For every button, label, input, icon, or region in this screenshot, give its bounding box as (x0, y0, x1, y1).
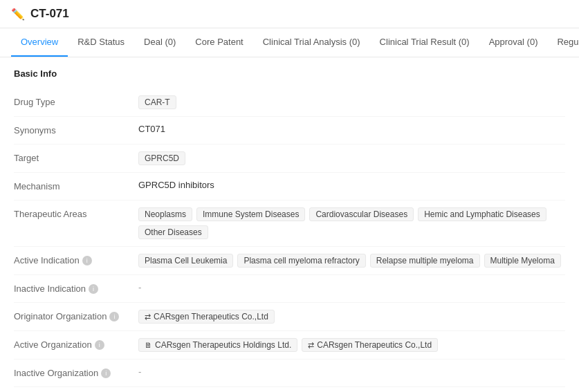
tab-deal[interactable]: Deal (0) (134, 28, 185, 57)
inactive-indication-text: - (138, 282, 141, 292)
label-inactive-indication: Inactive Indication i (14, 282, 138, 294)
tag-gprc5d: GPRC5D (138, 151, 185, 165)
synonyms-text: CT071 (138, 124, 165, 134)
arrows-icon: ⇄ (145, 312, 151, 321)
tab-rd-status[interactable]: R&D Status (68, 28, 134, 57)
tab-approval[interactable]: Approval (0) (479, 28, 548, 57)
tag-plasma-cell-myeloma: Plasma cell myeloma refractory (237, 254, 365, 268)
value-active-indication: Plasma Cell Leukemia Plasma cell myeloma… (138, 254, 565, 268)
value-originator-org: ⇄ CARsgen Therapeutics Co.,Ltd (138, 310, 565, 324)
label-target: Target (14, 151, 138, 163)
page-header: ✏️ CT-071 (0, 0, 579, 28)
tab-overview[interactable]: Overview (11, 28, 68, 57)
label-therapeutic-areas: Therapeutic Areas (14, 207, 138, 219)
value-inactive-org: - (138, 366, 565, 377)
tag-hemic-lymphatic: Hemic and Lymphatic Diseases (418, 207, 546, 221)
value-drug-type: CAR-T (138, 95, 565, 109)
tag-car-t: CAR-T (138, 95, 176, 109)
org-tag-carsgen-active[interactable]: ⇄ CARsgen Therapeutics Co.,Ltd (302, 338, 438, 352)
label-originator-org: Originator Organization i (14, 310, 138, 321)
info-icon-active-indication[interactable]: i (82, 256, 92, 265)
field-drug-type: Drug Type CAR-T (14, 88, 565, 117)
tab-clinical-trial-result[interactable]: Clinical Trial Result (0) (370, 28, 479, 57)
arrows-icon-2: ⇄ (308, 341, 314, 350)
label-drug-type: Drug Type (14, 95, 138, 107)
org-name-originator: CARsgen Therapeutics Co.,Ltd (154, 312, 268, 321)
info-icon-inactive-indication[interactable]: i (89, 284, 98, 294)
field-inactive-org: Inactive Organization i - (14, 360, 565, 387)
tab-clinical-trial-analysis[interactable]: Clinical Trial Analysis (0) (253, 28, 370, 57)
value-therapeutic-areas: Neoplasms Immune System Diseases Cardiov… (138, 207, 565, 239)
value-synonyms: CT071 (138, 124, 565, 134)
field-drug-highest-phase: Drug Highest Phase i IND Approval (14, 387, 565, 392)
field-mechanism: Mechanism GPRC5D inhibitors (14, 173, 565, 200)
tag-other-diseases: Other Diseases (138, 225, 208, 239)
value-inactive-indication: - (138, 282, 565, 292)
page-title: CT-071 (30, 7, 69, 21)
section-basic-info: Basic Info (14, 68, 565, 79)
tab-regulation[interactable]: Regulation (0) (547, 28, 579, 57)
label-mechanism: Mechanism (14, 180, 138, 192)
label-synonyms: Synonyms (14, 124, 138, 136)
tag-multiple-myeloma: Multiple Myeloma (484, 254, 561, 268)
info-icon-active-org[interactable]: i (95, 340, 104, 350)
field-target: Target GPRC5D (14, 144, 565, 173)
value-target: GPRC5D (138, 151, 565, 165)
value-active-org: 🗎 CARsgen Therapeutics Holdings Ltd. ⇄ C… (138, 338, 565, 352)
info-icon-inactive-org[interactable]: i (101, 368, 111, 378)
org-tag-carsgen[interactable]: ⇄ CARsgen Therapeutics Co.,Ltd (138, 310, 275, 324)
info-icon-originator-org[interactable]: i (109, 312, 119, 321)
tag-relapse-myeloma: Relapse multiple myeloma (370, 254, 480, 268)
tag-plasma-cell-leukemia: Plasma Cell Leukemia (138, 254, 233, 268)
tag-immune-system-diseases: Immune System Diseases (196, 207, 305, 221)
field-therapeutic-areas: Therapeutic Areas Neoplasms Immune Syste… (14, 200, 565, 247)
org-name-active: CARsgen Therapeutics Co.,Ltd (317, 340, 432, 350)
field-originator-org: Originator Organization i ⇄ CARsgen Ther… (14, 303, 565, 331)
pencil-icon: ✏️ (11, 8, 25, 21)
field-inactive-indication: Inactive Indication i - (14, 275, 565, 303)
tag-cardiovascular-diseases: Cardiovascular Diseases (309, 207, 414, 221)
label-inactive-org: Inactive Organization i (14, 366, 138, 378)
org-tag-carsgen-holdings[interactable]: 🗎 CARsgen Therapeutics Holdings Ltd. (138, 338, 297, 352)
value-mechanism: GPRC5D inhibitors (138, 180, 565, 190)
tab-core-patent[interactable]: Core Patent (185, 28, 252, 57)
label-active-indication: Active Indication i (14, 254, 138, 265)
inactive-org-text: - (138, 366, 141, 377)
field-synonyms: Synonyms CT071 (14, 117, 565, 144)
main-content: Basic Info Drug Type CAR-T Synonyms CT07… (0, 57, 579, 392)
field-active-org: Active Organization i 🗎 CARsgen Therapeu… (14, 331, 565, 360)
doc-icon: 🗎 (145, 341, 152, 349)
org-name-holdings: CARsgen Therapeutics Holdings Ltd. (155, 340, 291, 350)
label-active-org: Active Organization i (14, 338, 138, 350)
tab-bar: Overview R&D Status Deal (0) Core Patent… (0, 28, 579, 57)
field-active-indication: Active Indication i Plasma Cell Leukemia… (14, 247, 565, 275)
mechanism-text: GPRC5D inhibitors (138, 180, 214, 190)
tag-neoplasms: Neoplasms (138, 207, 192, 221)
